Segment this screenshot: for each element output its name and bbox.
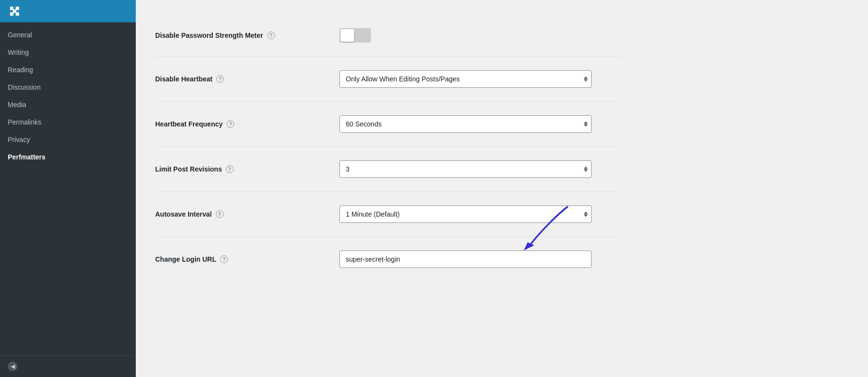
setting-row-disable-heartbeat: Disable Heartbeat?Disable EverywhereOnly… xyxy=(155,57,621,102)
setting-row-autosave-interval: Autosave Interval?1 Minute (Default)2 Mi… xyxy=(155,192,621,237)
setting-label-text-change-login-url: Change Login URL xyxy=(155,255,216,263)
help-icon-change-login-url[interactable]: ? xyxy=(220,255,228,263)
setting-label-disable-password: Disable Password Strength Meter? xyxy=(155,31,320,39)
sidebar-item-reading[interactable]: Reading xyxy=(0,61,136,79)
select-heartbeat-frequency[interactable]: 15 Seconds30 Seconds45 Seconds60 Seconds… xyxy=(339,115,592,133)
select-limit-post-revisions[interactable]: 1234510Disable xyxy=(339,160,592,178)
setting-control-change-login-url xyxy=(339,251,621,268)
select-disable-heartbeat[interactable]: Disable EverywhereOnly Allow When Editin… xyxy=(339,70,592,88)
sidebar-item-general[interactable]: General xyxy=(0,26,136,44)
select-wrapper-autosave-interval: 1 Minute (Default)2 Minutes5 Minutes10 M… xyxy=(339,205,592,223)
wordpress-logo xyxy=(8,4,21,18)
sidebar-item-media[interactable]: Media xyxy=(0,96,136,113)
sidebar-item-discussion[interactable]: Discussion xyxy=(0,79,136,96)
sidebar-item-writing[interactable]: Writing xyxy=(0,44,136,61)
svg-marker-5 xyxy=(524,242,534,251)
select-wrapper-disable-heartbeat: Disable EverywhereOnly Allow When Editin… xyxy=(339,70,592,88)
setting-label-change-login-url: Change Login URL? xyxy=(155,255,320,263)
select-wrapper-heartbeat-frequency: 15 Seconds30 Seconds45 Seconds60 Seconds… xyxy=(339,115,592,133)
setting-label-autosave-interval: Autosave Interval? xyxy=(155,210,320,218)
setting-label-text-disable-heartbeat: Disable Heartbeat xyxy=(155,75,212,83)
help-icon-disable-heartbeat[interactable]: ? xyxy=(216,75,224,83)
setting-control-autosave-interval: 1 Minute (Default)2 Minutes5 Minutes10 M… xyxy=(339,205,621,223)
toggle-knob-disable-password xyxy=(340,29,354,42)
main-content: Disable Password Strength Meter?Disable … xyxy=(136,0,868,377)
setting-row-heartbeat-frequency: Heartbeat Frequency?15 Seconds30 Seconds… xyxy=(155,102,621,147)
setting-label-heartbeat-frequency: Heartbeat Frequency? xyxy=(155,120,320,128)
setting-row-disable-password: Disable Password Strength Meter? xyxy=(155,15,621,57)
collapse-icon: ◀ xyxy=(8,361,17,371)
setting-control-heartbeat-frequency: 15 Seconds30 Seconds45 Seconds60 Seconds… xyxy=(339,115,621,133)
setting-label-text-disable-password: Disable Password Strength Meter xyxy=(155,31,263,39)
input-wrapper-change-login-url xyxy=(339,251,592,268)
svg-rect-4 xyxy=(13,10,16,13)
sidebar-navigation: GeneralWritingReadingDiscussionMediaPerm… xyxy=(0,22,136,355)
setting-label-limit-post-revisions: Limit Post Revisions? xyxy=(155,165,320,173)
collapse-menu-button[interactable]: ◀ xyxy=(0,355,136,377)
setting-label-disable-heartbeat: Disable Heartbeat? xyxy=(155,75,320,83)
sidebar: GeneralWritingReadingDiscussionMediaPerm… xyxy=(0,0,136,377)
help-icon-limit-post-revisions[interactable]: ? xyxy=(226,165,234,173)
setting-control-disable-heartbeat: Disable EverywhereOnly Allow When Editin… xyxy=(339,70,621,88)
setting-control-limit-post-revisions: 1234510Disable xyxy=(339,160,621,178)
sidebar-item-permalinks[interactable]: Permalinks xyxy=(0,113,136,131)
setting-label-text-autosave-interval: Autosave Interval xyxy=(155,210,212,218)
text-input-change-login-url[interactable] xyxy=(339,251,592,268)
select-wrapper-limit-post-revisions: 1234510Disable xyxy=(339,160,592,178)
setting-label-text-heartbeat-frequency: Heartbeat Frequency xyxy=(155,120,223,128)
sidebar-item-privacy[interactable]: Privacy xyxy=(0,131,136,148)
setting-row-limit-post-revisions: Limit Post Revisions?1234510Disable xyxy=(155,147,621,192)
select-autosave-interval[interactable]: 1 Minute (Default)2 Minutes5 Minutes10 M… xyxy=(339,205,592,223)
setting-row-change-login-url: Change Login URL? xyxy=(155,237,621,282)
sidebar-header xyxy=(0,0,136,22)
setting-label-text-limit-post-revisions: Limit Post Revisions xyxy=(155,165,222,173)
help-icon-autosave-interval[interactable]: ? xyxy=(216,210,224,218)
setting-control-disable-password xyxy=(339,28,621,43)
help-icon-disable-password[interactable]: ? xyxy=(267,31,275,39)
help-icon-heartbeat-frequency[interactable]: ? xyxy=(226,120,234,128)
toggle-disable-password[interactable] xyxy=(339,28,371,43)
settings-table: Disable Password Strength Meter?Disable … xyxy=(155,15,621,282)
sidebar-item-perfmatters[interactable]: Perfmatters xyxy=(0,148,136,166)
